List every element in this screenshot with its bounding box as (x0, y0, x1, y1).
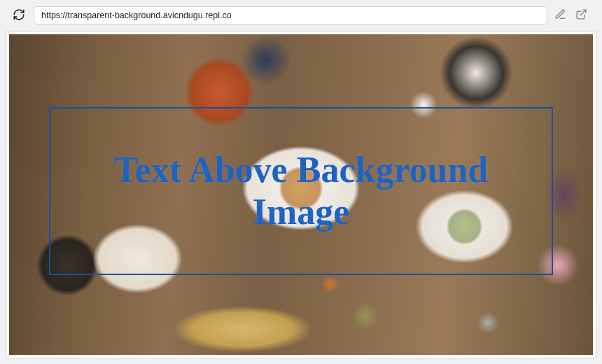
url-input[interactable] (34, 6, 547, 24)
browser-toolbar (0, 0, 602, 31)
overlay-frame: Text Above Background Image (49, 107, 553, 275)
overlay-heading: Text Above Background Image (71, 149, 531, 233)
page-viewport: Text Above Background Image (6, 31, 596, 358)
pencil-icon[interactable] (554, 8, 568, 22)
refresh-icon[interactable] (13, 8, 27, 22)
hero-background-image: Text Above Background Image (9, 34, 593, 355)
open-external-icon[interactable] (575, 8, 589, 22)
